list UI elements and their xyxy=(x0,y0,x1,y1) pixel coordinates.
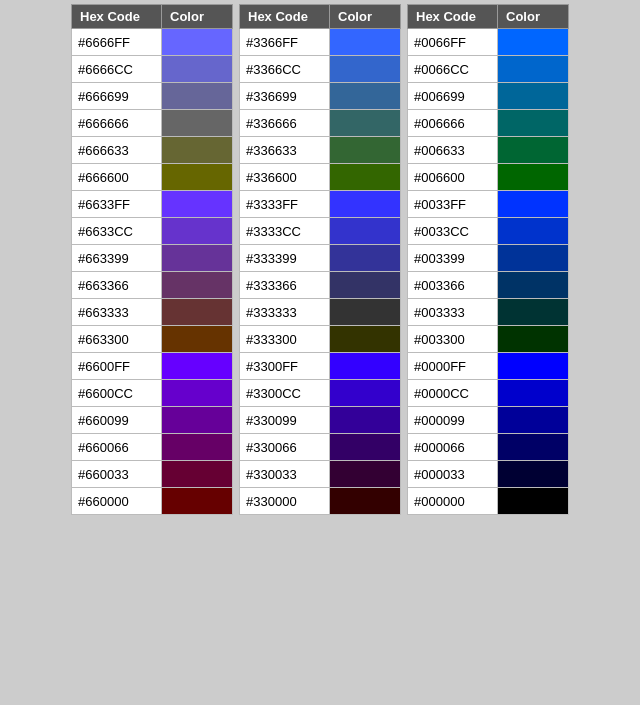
table1-header-color: Color xyxy=(162,5,233,29)
hex-cell: #000000 xyxy=(408,488,498,515)
color-swatch xyxy=(498,434,568,460)
table-row: #3366CC xyxy=(240,56,401,83)
table-row: #330066 xyxy=(240,434,401,461)
color-swatch xyxy=(162,83,232,109)
color-cell xyxy=(330,29,401,56)
color-swatch xyxy=(162,434,232,460)
color-cell xyxy=(498,56,569,83)
hex-cell: #330033 xyxy=(240,461,330,488)
table-row: #003366 xyxy=(408,272,569,299)
hex-cell: #003333 xyxy=(408,299,498,326)
table1-header-hex: Hex Code xyxy=(72,5,162,29)
color-swatch xyxy=(330,434,400,460)
color-cell xyxy=(498,137,569,164)
color-cell xyxy=(162,434,233,461)
color-swatch xyxy=(330,245,400,271)
hex-cell: #003366 xyxy=(408,272,498,299)
hex-cell: #660066 xyxy=(72,434,162,461)
hex-cell: #6633CC xyxy=(72,218,162,245)
color-cell xyxy=(162,407,233,434)
hex-cell: #6666CC xyxy=(72,56,162,83)
table-row: #666666 xyxy=(72,110,233,137)
color-cell xyxy=(330,110,401,137)
table-row: #3333CC xyxy=(240,218,401,245)
color-cell xyxy=(498,83,569,110)
table-row: #663366 xyxy=(72,272,233,299)
color-cell xyxy=(498,110,569,137)
table-row: #6633CC xyxy=(72,218,233,245)
table-row: #666699 xyxy=(72,83,233,110)
hex-cell: #660000 xyxy=(72,488,162,515)
color-cell xyxy=(162,191,233,218)
hex-cell: #000066 xyxy=(408,434,498,461)
color-swatch xyxy=(498,299,568,325)
hex-cell: #663399 xyxy=(72,245,162,272)
hex-cell: #3366FF xyxy=(240,29,330,56)
color-cell xyxy=(162,245,233,272)
color-cell xyxy=(162,83,233,110)
hex-cell: #3300CC xyxy=(240,380,330,407)
table-row: #6600CC xyxy=(72,380,233,407)
color-swatch xyxy=(162,191,232,217)
color-swatch xyxy=(498,407,568,433)
hex-cell: #330099 xyxy=(240,407,330,434)
table-row: #003333 xyxy=(408,299,569,326)
color-cell xyxy=(330,380,401,407)
color-swatch xyxy=(498,164,568,190)
hex-cell: #3333FF xyxy=(240,191,330,218)
color-swatch xyxy=(330,299,400,325)
color-swatch xyxy=(330,326,400,352)
color-cell xyxy=(498,407,569,434)
table-row: #006666 xyxy=(408,110,569,137)
table-row: #660000 xyxy=(72,488,233,515)
color-cell xyxy=(330,488,401,515)
table-row: #336600 xyxy=(240,164,401,191)
table-row: #6666FF xyxy=(72,29,233,56)
color-swatch xyxy=(330,56,400,82)
hex-cell: #333333 xyxy=(240,299,330,326)
hex-cell: #0033FF xyxy=(408,191,498,218)
table2-header-hex: Hex Code xyxy=(240,5,330,29)
hex-cell: #663300 xyxy=(72,326,162,353)
table2-header-color: Color xyxy=(330,5,401,29)
color-cell xyxy=(498,299,569,326)
color-swatch xyxy=(498,326,568,352)
table3-header-hex: Hex Code xyxy=(408,5,498,29)
hex-cell: #333300 xyxy=(240,326,330,353)
color-swatch xyxy=(498,137,568,163)
hex-cell: #000099 xyxy=(408,407,498,434)
color-cell xyxy=(498,191,569,218)
hex-cell: #003300 xyxy=(408,326,498,353)
table3-header-color: Color xyxy=(498,5,569,29)
color-cell xyxy=(162,488,233,515)
color-swatch xyxy=(498,218,568,244)
color-swatch xyxy=(162,353,232,379)
color-table-3: Hex CodeColor#0066FF#0066CC#006699#00666… xyxy=(407,4,569,515)
table-row: #333300 xyxy=(240,326,401,353)
color-swatch xyxy=(162,380,232,406)
hex-cell: #666633 xyxy=(72,137,162,164)
table-row: #663300 xyxy=(72,326,233,353)
color-swatch xyxy=(162,56,232,82)
color-swatch xyxy=(330,164,400,190)
color-swatch xyxy=(498,83,568,109)
color-swatch xyxy=(330,29,400,55)
hex-cell: #0000FF xyxy=(408,353,498,380)
color-cell xyxy=(162,218,233,245)
color-cell xyxy=(162,110,233,137)
color-cell xyxy=(330,326,401,353)
table-row: #0000CC xyxy=(408,380,569,407)
table-row: #663399 xyxy=(72,245,233,272)
color-cell xyxy=(330,353,401,380)
table-row: #0033CC xyxy=(408,218,569,245)
color-swatch xyxy=(498,272,568,298)
color-swatch xyxy=(162,29,232,55)
hex-cell: #333366 xyxy=(240,272,330,299)
hex-cell: #666600 xyxy=(72,164,162,191)
hex-cell: #6600FF xyxy=(72,353,162,380)
color-cell xyxy=(162,461,233,488)
hex-cell: #0066CC xyxy=(408,56,498,83)
table-row: #0000FF xyxy=(408,353,569,380)
color-cell xyxy=(498,29,569,56)
hex-cell: #330000 xyxy=(240,488,330,515)
